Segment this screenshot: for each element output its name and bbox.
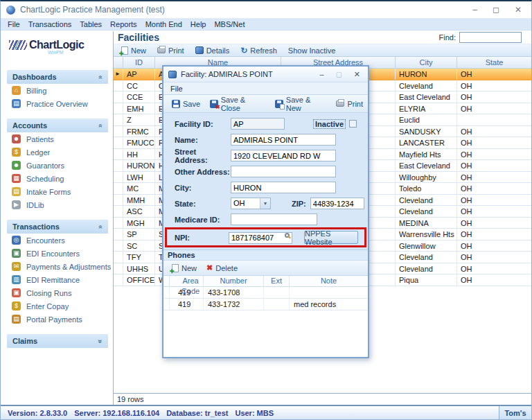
- details-icon: [195, 46, 204, 54]
- medicare-id-field[interactable]: [231, 213, 317, 225]
- dialog-minimize-button[interactable]: –: [320, 70, 324, 79]
- phone-column-area-code[interactable]: Area Code: [170, 276, 204, 286]
- chevron-double-down-icon: »: [97, 339, 105, 343]
- sidebar-item-intake-forms[interactable]: ▤Intake Forms: [1, 185, 113, 198]
- button-label: Show Inactive: [288, 46, 335, 55]
- menu-tables[interactable]: Tables: [76, 20, 106, 28]
- menu-file[interactable]: File: [3, 20, 24, 28]
- save-close-button[interactable]: Save & Close: [205, 97, 270, 111]
- sidebar-item-guarantors[interactable]: ☻Guarantors: [1, 159, 113, 172]
- city-field[interactable]: [231, 182, 336, 193]
- sidebar-item-ledger[interactable]: $Ledger: [1, 146, 113, 159]
- chevron-double-up-icon: »: [97, 75, 105, 79]
- sidebar-section-claims[interactable]: Claims»: [7, 334, 108, 348]
- sidebar-item-billing[interactable]: ⌂Billing: [1, 84, 113, 97]
- portal-payments-icon: ▤: [12, 315, 21, 324]
- sidebar-item-practice-overview[interactable]: ▤Practice Overview: [1, 97, 113, 110]
- cell-ext: [264, 299, 290, 310]
- phone-row[interactable]: 419433-1732med records: [163, 299, 368, 310]
- menu-reports[interactable]: Reports: [106, 20, 141, 28]
- menu-help[interactable]: Help: [186, 20, 211, 28]
- sidebar-item-patients[interactable]: ☻Patients: [1, 132, 113, 146]
- cell-state: OH: [457, 206, 531, 217]
- facility-id-field[interactable]: [231, 118, 285, 130]
- section-label: Claims: [12, 337, 37, 345]
- inactive-checkbox[interactable]: [349, 120, 357, 128]
- street-address-field[interactable]: [231, 150, 336, 161]
- sidebar-item-portal-payments[interactable]: ▤Portal Payments: [1, 313, 113, 326]
- sidebar-section-transactions[interactable]: Transactions»: [7, 220, 108, 234]
- npi-field[interactable]: [229, 232, 292, 244]
- npi-label: NPI:: [175, 234, 229, 242]
- sidebar-section-accounts[interactable]: Accounts»: [7, 119, 108, 132]
- sidebar-item-encounters[interactable]: ◎Encounters: [1, 234, 113, 247]
- menu-transactions[interactable]: Transactions: [24, 20, 76, 28]
- show-inactive-button[interactable]: Show Inactive: [283, 44, 340, 56]
- print-button[interactable]: Print: [152, 44, 189, 56]
- other-address-field[interactable]: [231, 166, 336, 177]
- save-icon: [172, 100, 180, 108]
- sidebar-item-scheduling[interactable]: ▦Scheduling: [1, 172, 113, 185]
- phone-column-ext[interactable]: Ext: [264, 276, 290, 286]
- practice-overview-book-icon: ▤: [12, 99, 21, 108]
- dialog-menu-bar: File: [163, 82, 368, 95]
- new-button[interactable]: New: [167, 262, 202, 274]
- sidebar-section-dashboards[interactable]: Dashboards»: [7, 70, 108, 84]
- row-marker: [114, 172, 123, 183]
- details-button[interactable]: Details: [190, 44, 235, 56]
- column-header-state[interactable]: State: [457, 57, 531, 68]
- cell-id: EMH: [123, 103, 155, 114]
- new-button[interactable]: New: [116, 44, 151, 56]
- sidebar-item-label: Scheduling: [26, 175, 64, 183]
- cell-id: FRMC: [123, 126, 155, 137]
- column-header-city[interactable]: City: [396, 57, 457, 68]
- window-title: ChartLogic Practice Management (test): [20, 5, 472, 15]
- minimize-button[interactable]: –: [472, 5, 477, 15]
- sidebar-item-label: EDI Encounters: [26, 250, 80, 258]
- state-select[interactable]: OH ▼: [231, 198, 271, 209]
- phone-row[interactable]: 419433-1708: [163, 287, 368, 299]
- delete-icon: ✖: [206, 264, 213, 272]
- menu-month-end[interactable]: Month End: [141, 20, 186, 28]
- nppes-website-button[interactable]: NPPES Website: [304, 231, 358, 244]
- search-icon[interactable]: [285, 233, 290, 238]
- column-header-id[interactable]: ID: [123, 57, 155, 68]
- name-field[interactable]: [231, 134, 336, 146]
- refresh-button[interactable]: ↻Refresh: [236, 44, 282, 56]
- user-button[interactable]: Tom's: [499, 406, 531, 419]
- section-label: Transactions: [12, 222, 60, 231]
- cell-city: East Cleveland: [396, 91, 457, 103]
- sidebar-item-label: Enter Copay: [26, 302, 69, 310]
- sidebar-item-payments-adjustments[interactable]: ✉Payments & Adjustments: [1, 260, 113, 273]
- cell-city: Cleveland: [396, 195, 457, 206]
- row-marker: [114, 114, 123, 125]
- cell-id: CC: [123, 80, 155, 91]
- cell-state: OH: [457, 160, 531, 171]
- app-icon: [6, 6, 15, 15]
- sidebar-item-edi-encounters[interactable]: ▣EDI Encounters: [1, 247, 113, 260]
- maximize-button[interactable]: ◻: [493, 5, 499, 15]
- sidebar-item-idlib[interactable]: ▶IDLib: [1, 198, 113, 211]
- phone-column-number[interactable]: Number: [204, 276, 264, 286]
- row-marker: [114, 137, 123, 148]
- delete-button[interactable]: ✖Delete: [202, 262, 242, 274]
- row-marker: [114, 252, 123, 263]
- find-input[interactable]: [459, 32, 522, 43]
- sidebar-item-edi-remittance[interactable]: ▥EDI Remittance: [1, 273, 113, 286]
- save-new-button[interactable]: Save & New: [270, 97, 331, 111]
- cell-id: MMH: [123, 195, 155, 206]
- menu-mbs-net[interactable]: MBS/Net: [210, 20, 249, 28]
- sidebar-item-enter-copay[interactable]: $Enter Copay: [1, 299, 113, 313]
- cell-id: Z: [123, 114, 155, 125]
- save-button[interactable]: Save: [167, 97, 205, 111]
- phone-column-note[interactable]: Note: [290, 276, 368, 286]
- row-marker: [114, 229, 123, 240]
- dialog-close-button[interactable]: ✕: [354, 70, 360, 79]
- close-button[interactable]: ✕: [515, 5, 522, 15]
- zip-field[interactable]: [310, 198, 364, 209]
- row-count: 19 rows: [114, 393, 531, 405]
- sidebar-item-closing-runs[interactable]: ▣Closing Runs: [1, 286, 113, 299]
- dialog-toolbar: SaveSave & CloseSave & NewPrint: [163, 95, 368, 113]
- dialog-menu-file[interactable]: File: [168, 85, 186, 93]
- print-button[interactable]: Print: [331, 97, 368, 111]
